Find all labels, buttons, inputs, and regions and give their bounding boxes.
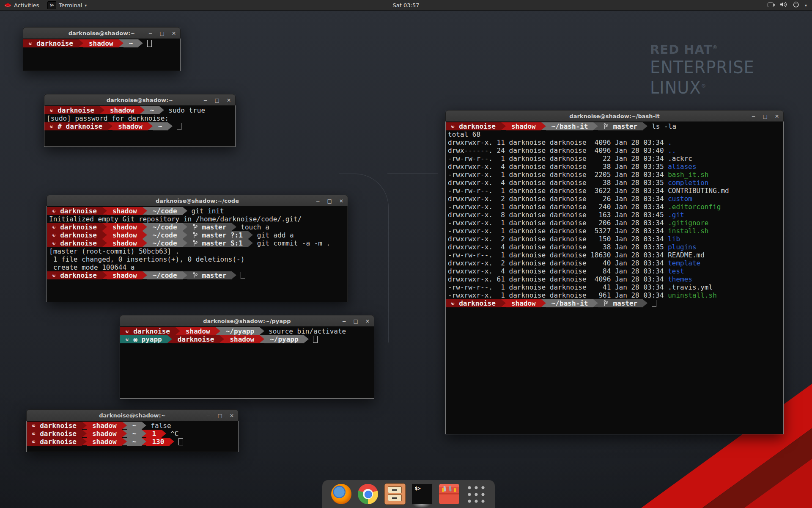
close-button[interactable]: ✕ — [230, 413, 234, 418]
terminal-window-home-1[interactable]: darknoise@shadow:~−□✕☯darknoiseshadow~ — [23, 27, 181, 71]
chrome-dock-icon[interactable] — [358, 484, 378, 504]
powerline-arrow-icon — [501, 122, 506, 130]
window-titlebar[interactable]: darknoise@shadow:~/bash-it−□✕ — [445, 110, 784, 122]
window-title: darknoise@shadow:~ — [107, 97, 173, 103]
powerline-arrow-icon — [143, 271, 147, 279]
power-icon — [793, 1, 799, 9]
maximize-button[interactable]: □ — [218, 413, 222, 418]
powerline-arrow-icon — [82, 438, 87, 445]
prompt-segment-git: master S:1 — [187, 239, 248, 247]
prompt-segment-host: shadow — [87, 422, 122, 430]
terminal-line: -rwxrwxr-x. 1 darknoise darknoise 961 Ja… — [446, 291, 783, 299]
clock[interactable]: Sat 03:57 — [393, 2, 420, 8]
minimize-button[interactable]: − — [148, 31, 153, 36]
close-button[interactable]: ✕ — [339, 199, 343, 204]
terminal-line: -rwxrwxr-x. 1 darknoise darknoise 5327 J… — [446, 227, 783, 235]
app-menu-label: Terminal — [59, 2, 82, 8]
window-titlebar[interactable]: darknoise@shadow:~−□✕ — [44, 94, 236, 106]
powerline-arrow-icon — [167, 335, 172, 343]
powerline-arrow-icon — [143, 231, 147, 239]
terminal-window-pyapp[interactable]: darknoise@shadow:~/pyapp−□✕☯darknoisesha… — [120, 315, 374, 399]
prompt-segment-host: shadow — [506, 122, 541, 130]
powerline-arrow-icon — [248, 231, 253, 239]
terminal-window-sudo[interactable]: darknoise@shadow:~−□✕☯darknoiseshadow~su… — [44, 94, 236, 147]
window-titlebar[interactable]: darknoise@shadow:~−□✕ — [26, 409, 239, 422]
terminal-dock-icon[interactable]: $> — [411, 483, 433, 505]
maximize-button[interactable]: □ — [354, 319, 358, 324]
terminal-window-code[interactable]: darknoise@shadow:~/code−□✕☯darknoiseshad… — [47, 195, 348, 302]
terminal-content[interactable]: ☯darknoiseshadow~sudo true[sudo] passwor… — [44, 105, 236, 147]
terminal-line: ☯darknoiseshadow~ — [23, 39, 180, 47]
system-tray[interactable]: ▾ — [768, 0, 812, 10]
terminal-content[interactable]: ☯darknoiseshadow~false☯darknoiseshadow~1… — [26, 421, 239, 452]
close-button[interactable]: ✕ — [172, 31, 176, 36]
app-menu-terminal[interactable]: $> Terminal ▾ — [43, 0, 91, 10]
redhat-swirl-icon: ☯ — [126, 335, 129, 343]
command-text: touch a — [236, 223, 269, 231]
powerline-arrow-icon — [183, 271, 187, 279]
terminal-content[interactable]: ☯darknoiseshadow~ — [23, 39, 181, 71]
powerline-arrow-icon — [122, 430, 127, 437]
desktop: RED HAT® ENTERPRISE LINUX® Activities $>… — [0, 0, 812, 508]
terminal-line: -rwxrwxr-x. 1 darknoise darknoise 206 Ja… — [446, 219, 783, 227]
prompt-segment-path: ~/code — [147, 239, 183, 247]
terminal-line: ☯darknoiseshadow~130 — [27, 438, 238, 446]
terminal-content[interactable]: ☯darknoiseshadow~/bash-itmasterls -latot… — [445, 121, 784, 434]
terminal-window-bash-it[interactable]: darknoise@shadow:~/bash-it−□✕☯darknoises… — [445, 110, 784, 434]
redhat-swirl-icon: ☯ — [50, 106, 53, 114]
close-button[interactable]: ✕ — [227, 98, 231, 103]
minimize-button[interactable]: − — [206, 413, 211, 418]
firefox-dock-icon[interactable] — [331, 484, 351, 504]
prompt-segment-user: ☯darknoise — [47, 239, 102, 247]
toolbox-dock-icon[interactable] — [439, 484, 459, 504]
window-titlebar[interactable]: darknoise@shadow:~−□✕ — [23, 27, 181, 39]
maximize-button[interactable]: □ — [215, 98, 219, 103]
terminal-line: ☯darknoiseshadow~/bash-itmasterls -la — [446, 122, 783, 130]
minimize-button[interactable]: − — [752, 114, 756, 119]
terminal-line: create mode 100644 a — [47, 263, 348, 271]
powerline-arrow-icon — [170, 438, 174, 445]
powerline-arrow-icon — [143, 239, 147, 247]
prompt-segment-git: master ?:1 — [187, 231, 248, 239]
prompt-segment-path: ~/code — [147, 231, 183, 239]
close-button[interactable]: ✕ — [365, 319, 370, 324]
powerline-arrow-icon — [304, 335, 309, 343]
terminal-content[interactable]: ☯darknoiseshadow~/pyappsource bin/activa… — [120, 326, 374, 399]
app-grid-dock-icon[interactable] — [466, 484, 486, 504]
command-text: git add a — [253, 231, 294, 239]
powerline-arrow-icon — [102, 239, 107, 247]
minimize-button[interactable]: − — [203, 98, 208, 103]
minimize-button[interactable]: − — [342, 319, 346, 324]
redhat-swirl-icon: ☯ — [126, 327, 129, 335]
prompt-segment-user: ☯darknoise — [23, 39, 79, 47]
maximize-button[interactable]: □ — [160, 31, 165, 36]
redhat-swirl-icon: ☯ — [50, 122, 53, 130]
command-text: false — [146, 422, 171, 430]
redhat-swirl-icon: ☯ — [451, 299, 454, 307]
terminal-line: drwxrwxr-x. 61 darknoise darknoise 4096 … — [446, 275, 783, 283]
terminal-window-home-2[interactable]: darknoise@shadow:~−□✕☯darknoiseshadow~fa… — [26, 409, 239, 452]
terminal-line: ☯darknoiseshadow~/codemaster S:1git comm… — [47, 239, 348, 247]
maximize-button[interactable]: □ — [763, 114, 768, 119]
window-titlebar[interactable]: darknoise@shadow:~/code−□✕ — [47, 195, 348, 207]
terminal-line: drwxrwxr-x. 11 darknoise darknoise 4096 … — [446, 138, 783, 146]
prompt-segment-path: ~ — [153, 122, 168, 130]
powerline-arrow-icon — [102, 231, 107, 239]
minimize-button[interactable]: − — [316, 199, 320, 204]
terminal-line: ☯darknoiseshadow~/pyappsource bin/activa… — [120, 327, 374, 335]
activities-button[interactable]: Activities — [0, 0, 43, 10]
files-dock-icon[interactable] — [384, 483, 406, 505]
powerline-arrow-icon — [248, 239, 253, 247]
window-titlebar[interactable]: darknoise@shadow:~/pyapp−□✕ — [120, 315, 374, 327]
terminal-content[interactable]: ☯darknoiseshadow~/codegit initInitialize… — [47, 206, 348, 302]
prompt-segment-path: ~/bash-it — [546, 122, 594, 130]
terminal-cursor — [652, 300, 656, 307]
git-branch-icon — [193, 232, 198, 238]
powerline-arrow-icon — [168, 122, 173, 130]
terminal-line: ☯darknoiseshadow~false — [27, 422, 238, 430]
terminal-line: drwxrwxr-x. 4 darknoise darknoise 38 Jan… — [446, 163, 783, 171]
terminal-line: drwxrwxr-x. 4 darknoise darknoise 84 Jan… — [446, 267, 783, 275]
close-button[interactable]: ✕ — [775, 114, 779, 119]
powerline-arrow-icon — [148, 122, 153, 130]
maximize-button[interactable]: □ — [327, 199, 332, 204]
